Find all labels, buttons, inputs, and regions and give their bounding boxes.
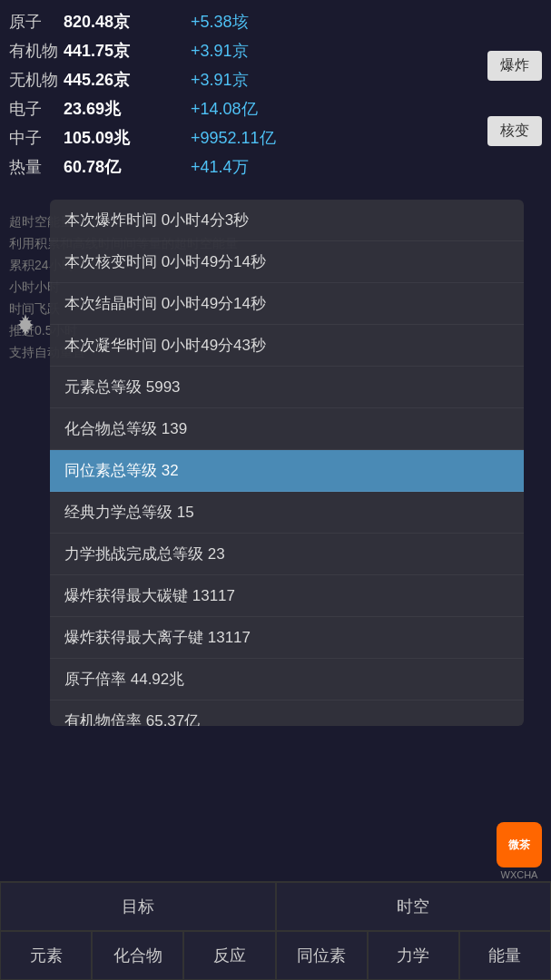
- nav-btn-mechanics[interactable]: 力学: [368, 931, 459, 980]
- overlay-item[interactable]: 爆炸获得最大碳键 13117: [50, 575, 524, 617]
- overlay-scroll[interactable]: 本次爆炸时间 0小时4分3秒本次核变时间 0小时49分14秒本次结晶时间 0小时…: [50, 200, 524, 726]
- nuclear-button[interactable]: 核变: [487, 116, 542, 146]
- nav-btn-reaction[interactable]: 反应: [183, 931, 275, 980]
- nav-btn-energy[interactable]: 能量: [459, 931, 551, 980]
- bottom-nav: 目标 时空 元素 化合物 反应 同位素 力学 能量: [0, 881, 551, 980]
- settings-icon[interactable]: [9, 309, 42, 341]
- stat-label-electron: 电子: [9, 98, 64, 120]
- overlay-item[interactable]: 本次凝华时间 0小时49分43秒: [50, 325, 524, 367]
- overlay-panel: 本次爆炸时间 0小时4分3秒本次核变时间 0小时49分14秒本次结晶时间 0小时…: [50, 200, 524, 726]
- stat-value-neutron: 105.09兆: [64, 127, 191, 149]
- stat-label-atom: 原子: [9, 11, 64, 33]
- stat-label-organic: 有机物: [9, 40, 64, 62]
- overlay-item[interactable]: 本次结晶时间 0小时49分14秒: [50, 283, 524, 325]
- overlay-item[interactable]: 化合物总等级 139: [50, 408, 524, 450]
- overlay-item[interactable]: 爆炸获得最大离子键 13117: [50, 617, 524, 659]
- overlay-item[interactable]: 元素总等级 5993: [50, 367, 524, 408]
- watermark-text: WXCHA: [501, 869, 538, 880]
- stat-value-organic: 441.75京: [64, 40, 191, 62]
- stat-label-heat: 热量: [9, 156, 64, 178]
- stat-row-atom: 原子 820.48京 +5.38垓: [9, 7, 542, 36]
- stat-value-heat: 60.78亿: [64, 156, 191, 178]
- nav-btn-compound[interactable]: 化合物: [92, 931, 183, 980]
- stat-delta-atom: +5.38垓: [191, 11, 542, 33]
- stat-row-organic: 有机物 441.75京 +3.91京: [9, 36, 542, 65]
- stat-label-neutron: 中子: [9, 127, 64, 149]
- stat-label-inorganic: 无机物: [9, 69, 64, 91]
- overlay-item[interactable]: 力学挑战完成总等级 23: [50, 534, 524, 575]
- stat-row-heat: 热量 60.78亿 +41.4万: [9, 152, 542, 181]
- nav-row-top: 目标 时空: [0, 882, 551, 931]
- overlay-item[interactable]: 同位素总等级 32: [50, 450, 524, 492]
- nav-btn-target[interactable]: 目标: [0, 882, 276, 931]
- nav-btn-isotope[interactable]: 同位素: [276, 931, 368, 980]
- nav-row-bottom: 元素 化合物 反应 同位素 力学 能量: [0, 931, 551, 980]
- stat-value-electron: 23.69兆: [64, 98, 191, 120]
- stats-panel: 原子 820.48京 +5.38垓 有机物 441.75京 +3.91京 无机物…: [0, 0, 551, 189]
- nav-btn-element[interactable]: 元素: [0, 931, 92, 980]
- stat-row-neutron: 中子 105.09兆 +9952.11亿: [9, 123, 542, 152]
- watermark: 微茶 WXCHA: [497, 822, 542, 880]
- overlay-item[interactable]: 经典力学总等级 15: [50, 492, 524, 534]
- overlay-item[interactable]: 有机物倍率 65.37亿: [50, 701, 524, 726]
- stat-row-inorganic: 无机物 445.26京 +3.91京: [9, 65, 542, 94]
- overlay-item[interactable]: 本次爆炸时间 0小时4分3秒: [50, 200, 524, 241]
- stat-value-inorganic: 445.26京: [64, 69, 191, 91]
- stat-row-electron: 电子 23.69兆 +14.08亿: [9, 94, 542, 123]
- nav-btn-spacetime[interactable]: 时空: [276, 882, 552, 931]
- stat-value-atom: 820.48京: [64, 11, 191, 33]
- overlay-item[interactable]: 本次核变时间 0小时49分14秒: [50, 241, 524, 283]
- stat-delta-heat: +41.4万: [191, 156, 542, 178]
- overlay-item[interactable]: 原子倍率 44.92兆: [50, 659, 524, 701]
- explode-button[interactable]: 爆炸: [487, 51, 542, 81]
- watermark-icon: 微茶: [497, 822, 542, 867]
